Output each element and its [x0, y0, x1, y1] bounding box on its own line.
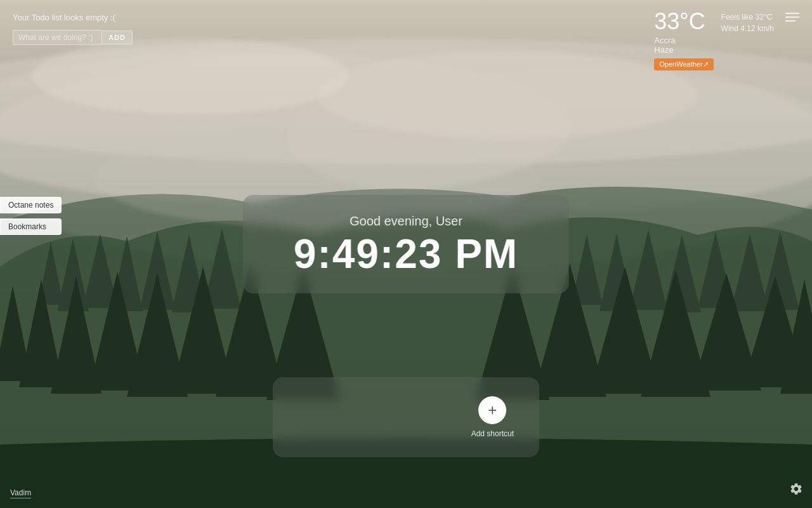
weather-wind: Wind 4.12 km/h: [721, 24, 774, 33]
clock-section: Good evening, User 9:49:23 PM: [243, 195, 569, 293]
todo-empty-message: Your Todo list looks empty :(: [13, 13, 133, 22]
add-shortcut-button[interactable]: + Add shortcut: [471, 396, 514, 438]
todo-input-row: ADD: [13, 30, 133, 45]
greeting-text: Good evening, User: [294, 214, 518, 229]
weather-condition: Haze: [654, 45, 713, 55]
shortcuts-container: + Add shortcut: [273, 377, 539, 457]
left-buttons: Octane notes Bookmarks: [0, 197, 62, 235]
menu-line-3: [785, 20, 796, 22]
add-shortcut-label: Add shortcut: [471, 429, 514, 438]
weather-feels-like: Feels like 32°C: [721, 13, 774, 22]
todo-input[interactable]: [13, 30, 102, 45]
user-name[interactable]: Vadim: [10, 488, 31, 498]
menu-button[interactable]: [785, 13, 799, 22]
openweather-button[interactable]: OpenWeather↗: [654, 58, 713, 70]
menu-line-1: [785, 13, 799, 14]
weather-city: Accra: [654, 36, 713, 45]
todo-section: Your Todo list looks empty :( ADD: [13, 13, 133, 45]
gear-icon: [789, 482, 803, 496]
bookmarks-button[interactable]: Bookmarks: [0, 218, 62, 235]
shortcuts-section: + Add shortcut: [273, 377, 539, 457]
clock-time: 9:49:23 PM: [294, 234, 518, 274]
settings-button[interactable]: [789, 482, 803, 499]
menu-line-2: [785, 17, 799, 18]
clock-container: Good evening, User 9:49:23 PM: [243, 195, 569, 293]
add-shortcut-icon: +: [478, 396, 506, 424]
user-section[interactable]: Vadim: [10, 486, 31, 498]
octane-notes-button[interactable]: Octane notes: [0, 197, 62, 213]
weather-temperature: 33°C: [654, 10, 713, 33]
weather-section: 33°C Accra Haze OpenWeather↗ Feels like …: [654, 10, 774, 70]
todo-add-button[interactable]: ADD: [102, 30, 133, 44]
